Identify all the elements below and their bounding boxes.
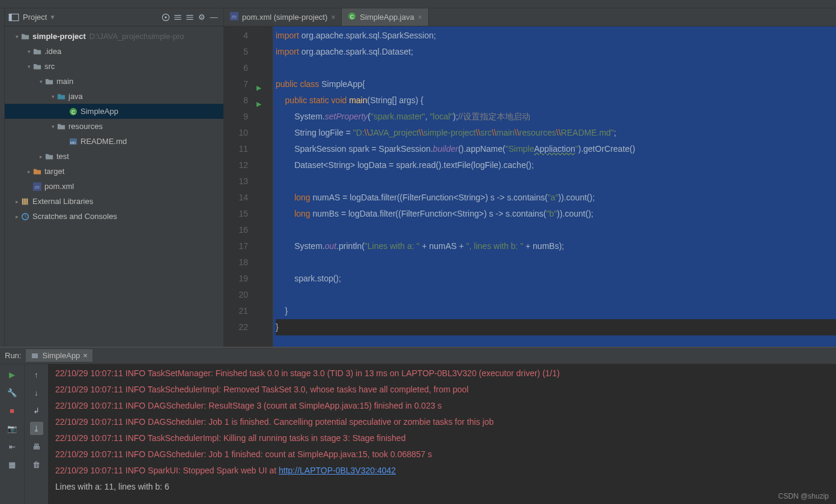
code-line[interactable]: spark.stop(); — [276, 271, 836, 287]
code-line[interactable] — [276, 222, 836, 238]
exit-icon[interactable]: ⇤ — [5, 440, 19, 453]
code-line[interactable]: long numBs = logData.filter((FilterFunct… — [276, 206, 836, 222]
console-line[interactable]: 22/10/29 10:07:11 INFO DAGScheduler: Job… — [55, 414, 829, 430]
run-header: Run: SimpleApp × — [0, 347, 836, 364]
top-toolbar — [0, 0, 836, 8]
close-icon[interactable]: × — [83, 351, 88, 360]
down-icon[interactable]: ↓ — [30, 386, 43, 399]
line-gutter[interactable]: 4567▶8▶910111213141516171819202122 — [224, 26, 265, 347]
fold-column[interactable] — [265, 26, 273, 347]
code-line[interactable]: System.setProperty("spark.master", "loca… — [276, 109, 836, 125]
code-editor[interactable]: import org.apache.spark.sql.SparkSession… — [273, 26, 836, 347]
expand-all-icon[interactable] — [172, 12, 183, 23]
line-number[interactable]: 22 — [224, 319, 265, 335]
tree-root[interactable]: ▾simple-projectD:\JAVA_project\simple-pr… — [5, 29, 223, 44]
tree-item[interactable]: ▾java — [5, 89, 223, 104]
line-number[interactable]: 4 — [224, 28, 265, 44]
line-number[interactable]: 17 — [224, 238, 265, 254]
line-number[interactable]: 8▶ — [224, 92, 265, 109]
svg-text:m: m — [232, 13, 237, 20]
project-tree[interactable]: ▾simple-projectD:\JAVA_project\simple-pr… — [5, 26, 223, 347]
trash-icon[interactable]: 🗑 — [30, 458, 43, 471]
code-line[interactable]: } — [276, 303, 836, 319]
code-line[interactable]: import org.apache.spark.sql.Dataset; — [276, 44, 836, 60]
code-line[interactable]: SparkSession spark = SparkSession.builde… — [276, 141, 836, 157]
line-number[interactable]: 21 — [224, 303, 265, 319]
wrench-icon[interactable]: 🔧 — [5, 386, 19, 399]
console-line[interactable]: 22/10/29 10:07:11 INFO TaskSetManager: F… — [55, 365, 829, 382]
close-icon[interactable]: × — [331, 13, 335, 22]
svg-point-3 — [165, 16, 166, 18]
console-line[interactable]: 22/10/29 10:07:11 INFO DAGScheduler: Job… — [55, 446, 829, 463]
close-icon[interactable]: × — [418, 13, 422, 22]
tree-item[interactable]: ▾src — [5, 59, 223, 74]
code-line[interactable]: long numAS = logData.filter((FilterFunct… — [276, 190, 836, 206]
project-dropdown-icon[interactable]: ▼ — [49, 14, 55, 20]
line-number[interactable]: 14 — [224, 190, 265, 206]
line-number[interactable]: 19 — [224, 271, 265, 287]
tree-scratches[interactable]: ▸Scratches and Consoles — [5, 209, 223, 224]
collapse-all-icon[interactable] — [184, 12, 195, 23]
up-icon[interactable]: ↑ — [30, 368, 43, 381]
code-line[interactable]: } — [276, 319, 836, 335]
rerun-icon[interactable]: ▶ — [5, 368, 19, 381]
line-number[interactable]: 7▶ — [224, 76, 265, 92]
run-tool-window: Run: SimpleApp × ▶ 🔧 ■ 📷 ⇤ ▦ ↑ ↓ ↲ ⤓ 🖶 🗑… — [0, 347, 836, 504]
tree-item[interactable]: ▾.idea — [5, 44, 223, 59]
run-tab[interactable]: SimpleApp × — [26, 349, 92, 362]
scroll-to-end-icon[interactable]: ⤓ — [30, 422, 43, 435]
code-line[interactable] — [276, 173, 836, 190]
console-output[interactable]: 22/10/29 10:07:11 INFO TaskSetManager: F… — [48, 364, 836, 504]
editor-tab[interactable]: mpom.xml (simple-project)× — [224, 8, 342, 26]
line-number[interactable]: 13 — [224, 173, 265, 190]
tree-item[interactable]: ▾main — [5, 74, 223, 89]
line-number[interactable]: 18 — [224, 254, 265, 271]
console-line[interactable]: 22/10/29 10:07:11 INFO SparkUI: Stopped … — [55, 463, 829, 479]
line-number[interactable]: 11 — [224, 141, 265, 157]
c-icon: C — [348, 12, 356, 22]
code-line[interactable]: String logFile = "D:\\JAVA_project\\simp… — [276, 125, 836, 141]
tab-label: pom.xml (simple-project) — [242, 13, 327, 22]
tree-item[interactable]: ▾resources — [5, 119, 223, 134]
editor-tab[interactable]: CSimpleApp.java× — [342, 8, 428, 26]
code-line[interactable]: Dataset<String> logData = spark.read().t… — [276, 157, 836, 173]
layout-icon[interactable]: ▦ — [5, 458, 19, 471]
soft-wrap-icon[interactable]: ↲ — [30, 404, 43, 417]
code-line[interactable]: System.out.println("Lines with a: " + nu… — [276, 238, 836, 254]
run-toolbar-secondary: ↑ ↓ ↲ ⤓ 🖶 🗑 — [24, 364, 48, 504]
settings-icon[interactable]: ⚙ — [196, 12, 207, 23]
console-line[interactable]: Lines with a: 11, lines with b: 6 — [55, 479, 829, 495]
code-line[interactable]: public static void main(String[] args) { — [276, 92, 836, 109]
code-line[interactable]: import org.apache.spark.sql.SparkSession… — [276, 28, 836, 44]
run-config-icon — [31, 352, 39, 360]
print-icon[interactable]: 🖶 — [30, 440, 43, 453]
camera-icon[interactable]: 📷 — [5, 422, 19, 435]
code-line[interactable] — [276, 60, 836, 76]
code-line[interactable] — [276, 287, 836, 303]
console-line[interactable]: 22/10/29 10:07:11 INFO TaskSchedulerImpl… — [55, 382, 829, 398]
stop-icon[interactable]: ■ — [5, 404, 19, 417]
tool-strip-left[interactable] — [0, 8, 5, 347]
tree-item[interactable]: CSimpleApp — [5, 104, 223, 119]
tree-item[interactable]: mpom.xml — [5, 179, 223, 194]
line-number[interactable]: 12 — [224, 157, 265, 173]
console-line[interactable]: 22/10/29 10:07:11 INFO TaskSchedulerImpl… — [55, 430, 829, 446]
line-number[interactable]: 9 — [224, 109, 265, 125]
line-number[interactable]: 5 — [224, 44, 265, 60]
line-number[interactable]: 10 — [224, 125, 265, 141]
line-number[interactable]: 16 — [224, 222, 265, 238]
tree-item[interactable]: ▸test — [5, 149, 223, 164]
code-line[interactable] — [276, 254, 836, 271]
tree-item[interactable]: ▸target — [5, 164, 223, 179]
console-line[interactable]: 22/10/29 10:07:11 INFO DAGScheduler: Res… — [55, 398, 829, 414]
tree-external-libs[interactable]: ▸External Libraries — [5, 194, 223, 209]
line-number[interactable]: 6 — [224, 60, 265, 76]
line-number[interactable]: 20 — [224, 287, 265, 303]
hide-icon[interactable]: — — [208, 12, 219, 23]
locate-icon[interactable] — [160, 12, 171, 23]
code-line[interactable]: public class SimpleApp{ — [276, 76, 836, 92]
line-number[interactable]: 15 — [224, 206, 265, 222]
watermark: CSDN @shuzip — [778, 492, 829, 500]
project-view-icon — [8, 12, 19, 23]
tree-item[interactable]: MDREADME.md — [5, 134, 223, 149]
